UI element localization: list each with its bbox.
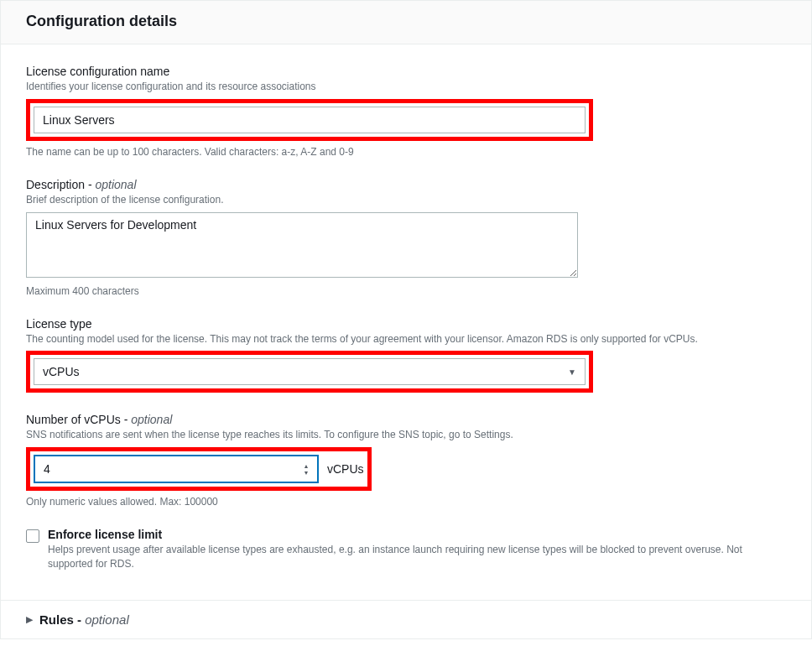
num-vcpus-unit: vCPUs (327, 462, 364, 476)
stepper-up-icon[interactable]: ▲ (304, 463, 310, 469)
enforce-limit-title: Enforce license limit (48, 528, 786, 541)
num-vcpus-input-wrap: ▲ ▼ (34, 455, 319, 483)
description-hint: Maximum 400 characters (26, 285, 786, 297)
license-name-hint: The name can be up to 100 characters. Va… (26, 146, 786, 158)
description-label-optional: optional (95, 178, 136, 191)
enforce-limit-desc: Helps prevent usage after available lice… (48, 543, 786, 571)
license-type-select[interactable]: vCPUs ▼ (34, 358, 586, 385)
license-name-desc: Identifies your license configuration an… (26, 80, 786, 94)
num-vcpus-stepper[interactable]: ▲ ▼ (299, 456, 314, 482)
description-input[interactable]: Linux Servers for Development (26, 212, 578, 278)
config-details-panel: Configuration details License configurat… (0, 0, 812, 639)
chevron-down-icon: ▼ (568, 367, 576, 377)
license-type-desc: The counting model used for the license.… (26, 332, 786, 346)
rules-label: Rules - optional (39, 612, 129, 627)
panel-header: Configuration details (1, 1, 811, 44)
enforce-limit-checkbox[interactable] (26, 529, 39, 543)
description-label-main: Description - (26, 178, 95, 191)
num-vcpus-hint: Only numeric values allowed. Max: 100000 (26, 496, 786, 508)
rules-label-optional: optional (85, 612, 129, 627)
num-vcpus-desc: SNS notifications are sent when the lice… (26, 428, 786, 442)
license-type-label: License type (26, 317, 786, 331)
caret-right-icon: ▶ (26, 614, 33, 625)
num-vcpus-label-optional: optional (131, 413, 172, 426)
rules-label-main: Rules - (39, 612, 85, 627)
enforce-limit-content: Enforce license limit Helps prevent usag… (48, 528, 786, 571)
field-license-type: License type The counting model used for… (26, 317, 786, 393)
stepper-down-icon[interactable]: ▼ (304, 470, 310, 476)
num-vcpus-label: Number of vCPUs - optional (26, 413, 786, 426)
field-license-name: License configuration name Identifies yo… (26, 65, 786, 158)
license-name-label: License configuration name (26, 65, 786, 78)
description-label: Description - optional (26, 178, 786, 191)
license-type-value: vCPUs (43, 365, 568, 378)
field-num-vcpus: Number of vCPUs - optional SNS notificat… (26, 413, 786, 508)
num-vcpus-row: ▲ ▼ vCPUs (34, 455, 364, 483)
num-vcpus-highlight: ▲ ▼ vCPUs (26, 447, 372, 491)
enforce-limit-row: Enforce license limit Helps prevent usag… (26, 528, 786, 571)
field-description: Description - optional Brief description… (26, 178, 786, 297)
field-enforce-limit: Enforce license limit Helps prevent usag… (26, 528, 786, 571)
license-type-highlight: vCPUs ▼ (26, 351, 593, 393)
num-vcpus-input[interactable] (35, 456, 299, 482)
license-name-highlight (26, 99, 593, 141)
rules-section-toggle[interactable]: ▶ Rules - optional (1, 600, 811, 638)
num-vcpus-label-main: Number of vCPUs - (26, 413, 131, 426)
panel-title: Configuration details (26, 13, 794, 30)
license-name-input[interactable] (34, 107, 586, 133)
panel-body: License configuration name Identifies yo… (1, 44, 811, 600)
description-desc: Brief description of the license configu… (26, 193, 786, 207)
